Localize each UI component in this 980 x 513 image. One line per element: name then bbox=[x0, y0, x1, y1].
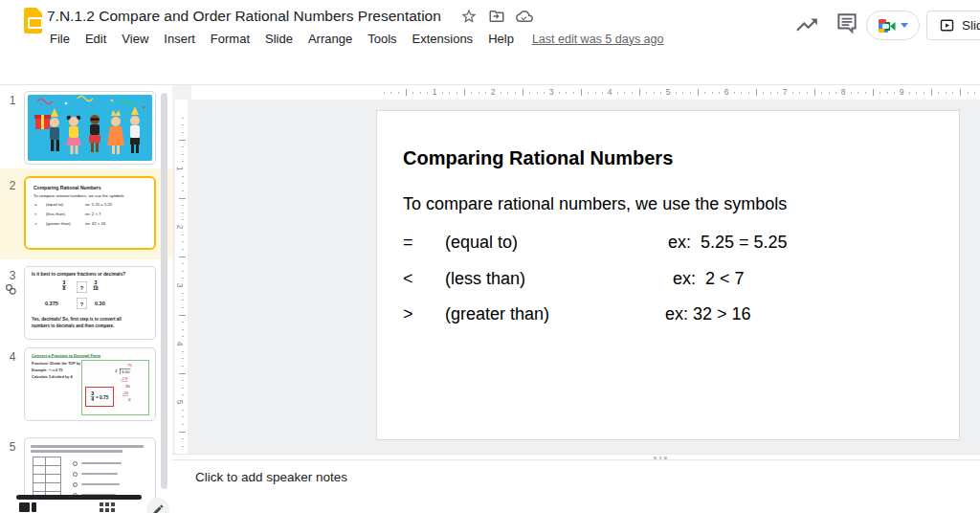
vertical-ruler: 12345 bbox=[175, 100, 188, 454]
meet-dropdown-caret-icon bbox=[901, 23, 908, 28]
slide-title-text[interactable]: Comparing Rational Numbers bbox=[403, 147, 673, 169]
activity-dashboard-icon[interactable] bbox=[794, 12, 819, 37]
slide-filmstrip: 1 2 3 4 5 bbox=[0, 85, 172, 513]
menu-format[interactable]: Format bbox=[208, 31, 253, 47]
symbol-row-greater-than[interactable]: > (greater than) ex: 32 > 16 bbox=[377, 304, 961, 325]
notes-resize-handle[interactable] bbox=[172, 454, 980, 460]
menu-view[interactable]: View bbox=[119, 31, 151, 47]
menu-file[interactable]: File bbox=[47, 31, 73, 47]
filmstrip-view-icon[interactable] bbox=[19, 502, 36, 513]
slide-number-4: 4 bbox=[6, 350, 19, 364]
toolbar: + bbox=[0, 54, 980, 85]
symbol-row-equal[interactable]: = (equal to) ex: 5.25 = 5.25 bbox=[377, 233, 961, 254]
slide-number-2: 2 bbox=[6, 179, 19, 192]
slideshow-play-icon bbox=[939, 17, 955, 33]
google-meet-icon bbox=[878, 18, 897, 33]
star-icon[interactable] bbox=[460, 8, 478, 25]
drag-dots-icon bbox=[654, 457, 667, 459]
slide-thumbnail-2-selected[interactable]: Comparing Rational Numbers To compare ra… bbox=[24, 176, 156, 250]
speaker-notes-placeholder: Click to add speaker notes bbox=[195, 470, 347, 484]
menu-edit[interactable]: Edit bbox=[82, 31, 109, 47]
slide-thumbnail-1[interactable] bbox=[24, 91, 156, 165]
slide-intro-text[interactable]: To compare rational numbers, we use the … bbox=[403, 194, 787, 214]
slide-number-1: 1 bbox=[6, 94, 19, 107]
last-edit-link[interactable]: Last edit was 5 days ago bbox=[532, 33, 664, 46]
google-slides-app: 7.N.1.2 Compare and Order Rational Numbe… bbox=[0, 0, 980, 513]
speaker-notes-area[interactable]: Click to add speaker notes bbox=[172, 460, 980, 513]
document-title[interactable]: 7.N.1.2 Compare and Order Rational Numbe… bbox=[47, 8, 441, 25]
slide-thumbnail-3[interactable]: Is it best to compare fractions or decim… bbox=[24, 266, 156, 340]
slide-editing-area[interactable]: Comparing Rational Numbers To compare ra… bbox=[376, 110, 960, 440]
google-meet-button[interactable] bbox=[866, 11, 920, 40]
menu-arrange[interactable]: Arrange bbox=[305, 31, 355, 47]
symbol-row-less-than[interactable]: < (less than) ex: 2 < 7 bbox=[377, 269, 961, 290]
text-placeholder bbox=[31, 445, 144, 448]
link-icon bbox=[4, 282, 18, 297]
slide-number-5: 5 bbox=[6, 440, 19, 454]
slides-logo-icon[interactable] bbox=[24, 8, 42, 33]
menu-extensions[interactable]: Extensions bbox=[410, 31, 477, 47]
text-placeholder bbox=[31, 450, 122, 453]
top-header: 7.N.1.2 Compare and Order Rational Numbe… bbox=[0, 0, 980, 54]
move-to-folder-icon[interactable] bbox=[488, 8, 505, 25]
menu-slide[interactable]: Slide bbox=[262, 31, 296, 47]
filmstrip-scrollbar[interactable] bbox=[161, 93, 167, 489]
open-comments-icon[interactable] bbox=[835, 11, 859, 35]
party-kids-image bbox=[28, 95, 152, 161]
cloud-saved-icon[interactable] bbox=[516, 8, 533, 25]
menu-help[interactable]: Help bbox=[485, 31, 517, 47]
horizontal-ruler: 123456789 bbox=[191, 85, 980, 100]
slide-number-3: 3 bbox=[6, 269, 19, 282]
slideshow-button[interactable]: Slideshow bbox=[926, 11, 980, 40]
menu-bar: File Edit View Insert Format Slide Arran… bbox=[47, 31, 663, 47]
menu-tools[interactable]: Tools bbox=[365, 31, 399, 47]
grid-view-icon[interactable] bbox=[100, 502, 115, 513]
menu-insert[interactable]: Insert bbox=[161, 31, 198, 47]
ruler-corner bbox=[172, 85, 191, 100]
slide-thumbnail-4[interactable]: Convert a Fraction to Decimal Form Fract… bbox=[24, 347, 156, 421]
editor-canvas: 123456789 12345 Comparing Rational Numbe… bbox=[172, 85, 980, 513]
filmstrip-scroll-indicator[interactable] bbox=[16, 495, 142, 500]
